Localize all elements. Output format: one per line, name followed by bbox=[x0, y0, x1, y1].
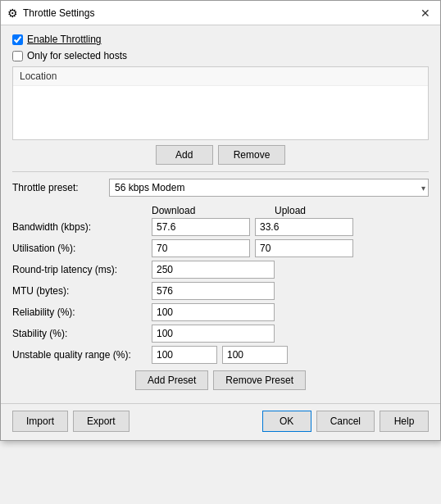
download-header: Download bbox=[152, 205, 275, 216]
cancel-button[interactable]: Cancel bbox=[316, 411, 375, 432]
only-selected-hosts-row: Only for selected hosts bbox=[12, 50, 429, 61]
utilisation-label: Utilisation (%): bbox=[12, 243, 152, 254]
preset-label: Throttle preset: bbox=[12, 182, 102, 193]
stability-input[interactable] bbox=[152, 325, 275, 343]
preset-buttons-row: Add Preset Remove Preset bbox=[12, 370, 429, 390]
ok-button[interactable]: OK bbox=[262, 411, 311, 432]
host-list-container[interactable]: Location bbox=[12, 66, 429, 140]
title-bar: ⚙ Throttle Settings ✕ bbox=[1, 1, 440, 25]
latency-row: Round-trip latency (ms): bbox=[12, 261, 429, 279]
add-remove-row: Add Remove bbox=[12, 145, 429, 165]
close-button[interactable]: ✕ bbox=[417, 5, 434, 21]
preset-row: Throttle preset: 56 kbps Modem 256 kbps … bbox=[12, 179, 429, 197]
main-content: Enable Throttling Only for selected host… bbox=[1, 25, 440, 403]
import-button[interactable]: Import bbox=[12, 411, 68, 432]
mtu-input[interactable] bbox=[152, 282, 275, 300]
upload-header: Upload bbox=[275, 205, 398, 216]
unstable-quality-download-input[interactable] bbox=[152, 346, 217, 364]
export-button[interactable]: Export bbox=[73, 411, 130, 432]
only-selected-hosts-label[interactable]: Only for selected hosts bbox=[27, 50, 127, 61]
reliability-input[interactable] bbox=[152, 303, 275, 321]
stability-label: Stability (%): bbox=[12, 328, 152, 339]
dl-ul-headers: Download Upload bbox=[152, 205, 429, 216]
utilisation-upload-input[interactable] bbox=[255, 239, 353, 257]
latency-input[interactable] bbox=[152, 261, 275, 279]
add-button[interactable]: Add bbox=[156, 145, 213, 165]
preset-select[interactable]: 56 kbps Modem 256 kbps DSL 1 Mbps Cable … bbox=[109, 179, 429, 197]
bandwidth-row: Bandwidth (kbps): bbox=[12, 218, 429, 236]
reliability-label: Reliability (%): bbox=[12, 306, 152, 318]
window-icon: ⚙ bbox=[7, 7, 18, 20]
remove-preset-button[interactable]: Remove Preset bbox=[213, 370, 306, 390]
divider bbox=[12, 171, 429, 172]
preset-select-wrapper: 56 kbps Modem 256 kbps DSL 1 Mbps Cable … bbox=[109, 179, 429, 197]
title-bar-left: ⚙ Throttle Settings bbox=[7, 7, 94, 20]
bottom-right-buttons: OK Cancel Help bbox=[262, 411, 429, 432]
help-button[interactable]: Help bbox=[380, 411, 429, 432]
window-title: Throttle Settings bbox=[23, 7, 94, 19]
enable-throttling-row: Enable Throttling bbox=[12, 34, 429, 45]
unstable-quality-upload-input[interactable] bbox=[222, 346, 288, 364]
remove-button[interactable]: Remove bbox=[218, 145, 286, 165]
enable-throttling-label[interactable]: Enable Throttling bbox=[27, 34, 102, 45]
throttle-settings-window: ⚙ Throttle Settings ✕ Enable Throttling … bbox=[0, 0, 441, 441]
unstable-quality-row: Unstable quality range (%): bbox=[12, 346, 429, 364]
add-preset-button[interactable]: Add Preset bbox=[135, 370, 208, 390]
host-list-header: Location bbox=[13, 67, 428, 86]
bottom-left-buttons: Import Export bbox=[12, 411, 130, 432]
mtu-label: MTU (bytes): bbox=[12, 285, 152, 297]
utilisation-row: Utilisation (%): bbox=[12, 239, 429, 257]
reliability-row: Reliability (%): bbox=[12, 303, 429, 321]
enable-throttling-checkbox[interactable] bbox=[12, 34, 23, 45]
latency-label: Round-trip latency (ms): bbox=[12, 264, 152, 275]
stability-row: Stability (%): bbox=[12, 325, 429, 343]
bottom-buttons: Import Export OK Cancel Help bbox=[1, 403, 440, 440]
bandwidth-upload-input[interactable] bbox=[255, 218, 353, 236]
utilisation-download-input[interactable] bbox=[152, 239, 250, 257]
mtu-row: MTU (bytes): bbox=[12, 282, 429, 300]
bandwidth-download-input[interactable] bbox=[152, 218, 250, 236]
unstable-quality-label: Unstable quality range (%): bbox=[12, 349, 152, 361]
only-selected-hosts-checkbox[interactable] bbox=[12, 51, 23, 61]
bandwidth-label: Bandwidth (kbps): bbox=[12, 221, 152, 233]
